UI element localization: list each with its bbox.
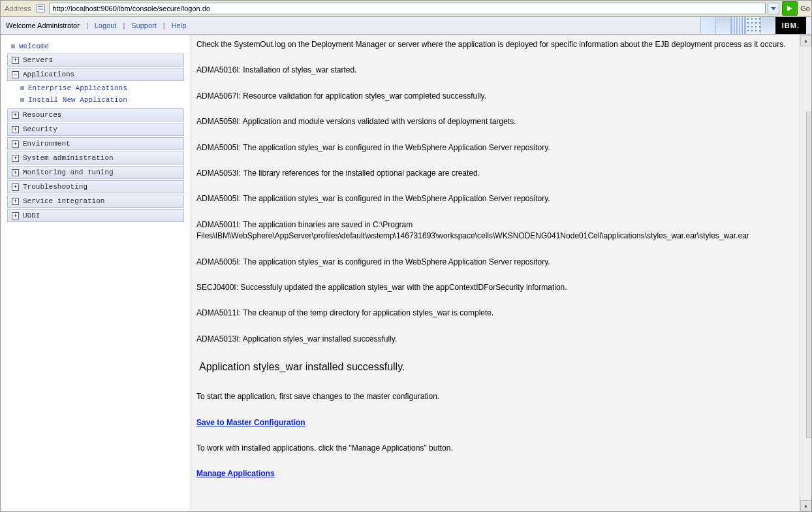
ibm-logo: IBM. (775, 17, 806, 34)
scrollbar[interactable]: ▲ ▲ (800, 35, 811, 511)
nav-monitoring-tuning[interactable]: + Monitoring and Tuning (7, 166, 184, 179)
nav-enterprise-applications[interactable]: Enterprise Applications (7, 82, 184, 94)
branding-stripes-icon (730, 17, 745, 34)
address-label: Address (2, 5, 33, 12)
nav-label: Environment (23, 140, 70, 148)
welcome-text: Welcome Administrator (6, 22, 80, 29)
nav-enterprise-link[interactable]: Enterprise Applications (28, 84, 127, 92)
log-message: ADMA5013I: Application styles_war instal… (196, 334, 788, 345)
collapse-icon[interactable]: − (12, 71, 19, 78)
hint-text: To start the application, first save cha… (196, 391, 788, 402)
nav-label: Resources (23, 111, 61, 119)
nav-install-new-application[interactable]: Install New Application (7, 94, 184, 106)
expand-icon[interactable]: + (12, 198, 19, 205)
nav-welcome[interactable]: Welcome (7, 40, 184, 52)
help-link[interactable]: Help (172, 22, 187, 29)
branding-globe-icon (700, 17, 715, 34)
nav-sidebar: Welcome + Servers − Applications Enterpr… (1, 35, 191, 511)
hint-text: To work with installed applications, cli… (196, 443, 788, 454)
separator: | (123, 22, 125, 29)
log-message: SECJ0400I: Successfuly updated the appli… (196, 282, 788, 293)
separator: | (86, 22, 88, 29)
app-window: Address Go Welcome Administrator | Logou… (0, 0, 812, 512)
bullet-icon (11, 44, 15, 48)
logout-link[interactable]: Logout (95, 22, 117, 29)
nav-label: UDDI (23, 212, 40, 219)
log-message: ADMA5005I: The application styles_war is… (196, 257, 788, 268)
nav-security[interactable]: + Security (7, 123, 184, 136)
nav-label: Security (23, 125, 57, 133)
banner-right: IBM. (700, 17, 806, 34)
expand-icon[interactable]: + (12, 212, 19, 219)
ibm-branding: IBM. (700, 17, 806, 34)
address-dropdown[interactable] (768, 3, 779, 14)
nav-applications-children: Enterprise Applications Install New Appl… (7, 82, 184, 106)
expand-icon[interactable]: + (12, 140, 19, 148)
save-master-config-link[interactable]: Save to Master Configuration (196, 418, 305, 427)
nav-resources[interactable]: + Resources (7, 108, 184, 121)
page-icon (36, 3, 46, 14)
branding-pattern-icon (715, 17, 730, 34)
scroll-thumb[interactable] (806, 112, 812, 438)
log-message: ADMA5058I: Application and module versio… (196, 116, 788, 127)
svg-marker-5 (787, 6, 792, 11)
nav-environment[interactable]: + Environment (7, 137, 184, 150)
log-message: ADMA5001I: The application binaries are … (196, 219, 788, 242)
log-message: ADMA5053I: The library references for th… (196, 168, 788, 179)
body-area: Welcome + Servers − Applications Enterpr… (1, 35, 811, 511)
log-message: Check the SystemOut.log on the Deploymen… (196, 39, 788, 50)
bullet-icon (20, 86, 24, 90)
nav-system-administration[interactable]: + System administration (7, 152, 184, 165)
nav-label: Applications (23, 71, 74, 78)
nav-welcome-link[interactable]: Welcome (19, 42, 49, 50)
nav-uddi[interactable]: + UDDI (7, 209, 184, 222)
svg-rect-1 (38, 6, 43, 7)
go-button[interactable] (782, 1, 798, 16)
expand-icon[interactable]: + (12, 57, 19, 64)
nav-install-new-link[interactable]: Install New Application (28, 96, 127, 104)
separator: | (163, 22, 165, 29)
nav-applications[interactable]: − Applications (7, 68, 184, 81)
manage-applications-link[interactable]: Manage Applications (196, 469, 275, 478)
svg-rect-3 (38, 9, 43, 10)
expand-icon[interactable]: + (12, 126, 19, 133)
expand-icon[interactable]: + (12, 155, 19, 162)
svg-rect-2 (38, 8, 43, 8)
nav-troubleshooting[interactable]: + Troubleshooting (7, 180, 184, 193)
address-bar: Address Go (1, 1, 811, 17)
bullet-icon (20, 98, 24, 102)
branding-pattern-icon (760, 17, 775, 34)
log-message: ADMA5016I: Installation of styles_war st… (196, 65, 788, 76)
nav-label: System administration (23, 154, 114, 162)
content-area: Check the SystemOut.log on the Deploymen… (191, 35, 800, 511)
go-label: Go (800, 5, 810, 12)
address-input[interactable] (49, 3, 766, 14)
nav-label: Service integration (23, 197, 104, 205)
nav-label: Monitoring and Tuning (23, 168, 114, 176)
expand-icon[interactable]: + (12, 169, 19, 176)
expand-icon[interactable]: + (12, 112, 19, 119)
nav-label: Servers (23, 56, 53, 64)
scroll-down-icon[interactable]: ▲ (800, 500, 811, 511)
nav-servers[interactable]: + Servers (7, 54, 184, 67)
log-message: ADMA5005I: The application styles_war is… (196, 142, 788, 153)
content-wrap: Check the SystemOut.log on the Deploymen… (191, 35, 811, 511)
scroll-up-icon[interactable]: ▲ (800, 35, 811, 46)
branding-dots-icon (745, 17, 760, 34)
support-link[interactable]: Support (131, 22, 157, 29)
nav-service-integration[interactable]: + Service integration (7, 195, 184, 208)
expand-icon[interactable]: + (12, 184, 19, 191)
log-message: ADMA5005I: The application styles_war is… (196, 193, 788, 204)
log-message: ADMA5067I: Resource validation for appli… (196, 91, 788, 102)
banner: Welcome Administrator | Logout | Support… (1, 17, 811, 35)
svg-marker-4 (771, 7, 776, 10)
log-message: ADMA5011I: The cleanup of the temp direc… (196, 308, 788, 319)
success-heading: Application styles_war installed success… (199, 359, 788, 374)
nav-label: Troubleshooting (23, 183, 87, 191)
